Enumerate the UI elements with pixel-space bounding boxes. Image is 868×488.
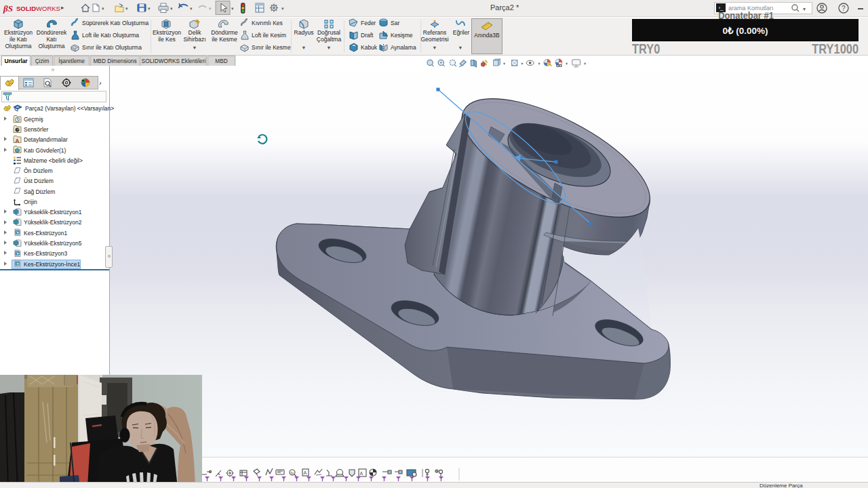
svg-text:A: A [304, 470, 307, 475]
svg-text:▾: ▾ [503, 61, 506, 66]
svg-text:▾: ▾ [566, 61, 568, 66]
svg-text:▾: ▾ [148, 6, 151, 11]
svg-text:▾: ▾ [209, 6, 212, 11]
svg-text:SOLIDWORKS: SOLIDWORKS [16, 5, 60, 12]
svg-text:▾: ▾ [102, 6, 104, 11]
svg-text:▾: ▾ [521, 61, 524, 66]
svg-text:▾: ▾ [190, 6, 193, 11]
svg-text:βS: βS [3, 3, 13, 14]
svg-text:▾: ▾ [281, 6, 284, 11]
svg-text:A: A [16, 138, 20, 144]
svg-text:?: ? [842, 5, 846, 12]
svg-text:▾: ▾ [125, 6, 128, 11]
svg-text:▾: ▾ [231, 6, 234, 11]
svg-text:▾: ▾ [584, 61, 587, 66]
svg-text:▾: ▾ [538, 61, 540, 66]
svg-text:N: N [291, 471, 294, 475]
svg-text:A: A [360, 471, 363, 476]
svg-text:▾: ▾ [170, 6, 173, 11]
